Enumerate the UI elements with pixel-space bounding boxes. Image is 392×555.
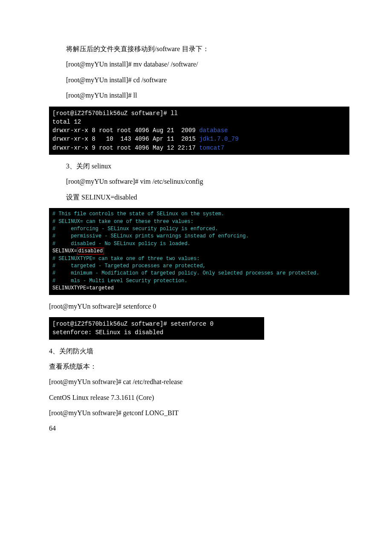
terminal-line: [root@iZ2f570bilk56uZ software]# setenfo… <box>52 321 213 327</box>
output-text: 64 <box>49 422 332 435</box>
config-line: SELINUX=disabled <box>52 248 104 254</box>
dir-name: database <box>199 127 228 134</box>
command-text: [root@myYUn software]# vim /etc/selinux/… <box>66 175 332 188</box>
command-text: [root@myYUn install]# mv database/ /soft… <box>66 58 332 71</box>
config-comment: # targeted - Targeted processes are prot… <box>52 263 206 269</box>
config-comment: # SELINUX= can take one of these three v… <box>52 219 193 225</box>
config-comment: # permissive - SELinux prints warnings i… <box>52 233 249 239</box>
terminal-line: total 12 <box>52 119 81 125</box>
step-heading: 3、关闭 selinux <box>66 160 332 173</box>
terminal-block-ll: [root@iZ2f570bilk56uZ software]# ll tota… <box>49 107 349 155</box>
command-text: [root@myYUn software]# cat /etc/redhat-r… <box>49 376 332 388</box>
config-comment: # mls - Multi Level Security protection. <box>52 278 187 284</box>
config-comment: # SELINUXTYPE= can take one of three two… <box>52 256 200 262</box>
config-line: SELINUXTYPE=targeted <box>52 285 114 291</box>
terminal-block-setenforce: [root@iZ2f570bilk56uZ software]# setenfo… <box>49 317 264 340</box>
paragraph-text: 将解压后的文件夹直接移动到/software 目录下： <box>66 43 332 55</box>
config-comment: # This file controls the state of SELinu… <box>52 211 224 217</box>
config-key: SELINUX= <box>52 248 77 254</box>
command-text: [root@myYUn software]# getconf LONG_BIT <box>49 407 332 419</box>
config-comment: # disabled - No SELinux policy is loaded… <box>52 241 190 247</box>
dir-name: tomcat7 <box>199 145 224 151</box>
terminal-block-selinux-config: # This file controls the state of SELinu… <box>49 208 349 295</box>
terminal-line: setenforce: SELinux is disabled <box>52 329 163 336</box>
config-value-highlight: disabled <box>77 248 104 254</box>
terminal-line: drwxr-xr-x 9 root root 4096 May 12 22:17 <box>52 145 199 151</box>
step-heading: 4、关闭防火墙 <box>49 345 332 358</box>
command-text: [root@myYUn install]# cd /software <box>66 74 332 87</box>
paragraph-text: 设置 SELINUX=disabled <box>66 191 332 204</box>
terminal-line: drwxr-xr-x 8 root root 4096 Aug 21 2009 <box>52 127 199 134</box>
command-text: [root@myYUn install]# ll <box>66 89 332 102</box>
config-comment: # minimum - Modification of targeted pol… <box>52 270 320 276</box>
terminal-line: [root@iZ2f570bilk56uZ software]# ll <box>52 110 178 117</box>
paragraph-text: 查看系统版本： <box>49 360 332 373</box>
dir-name: jdk1.7.0_79 <box>199 136 238 142</box>
output-text: CentOS Linux release 7.3.1611 (Core) <box>49 391 332 404</box>
config-comment: # enforcing - SELinux security policy is… <box>52 226 218 232</box>
terminal-line: drwxr-xr-x 8 10 143 4096 Apr 11 2015 <box>52 136 199 142</box>
command-text: [root@myYUn software]# setenforce 0 <box>49 300 332 313</box>
